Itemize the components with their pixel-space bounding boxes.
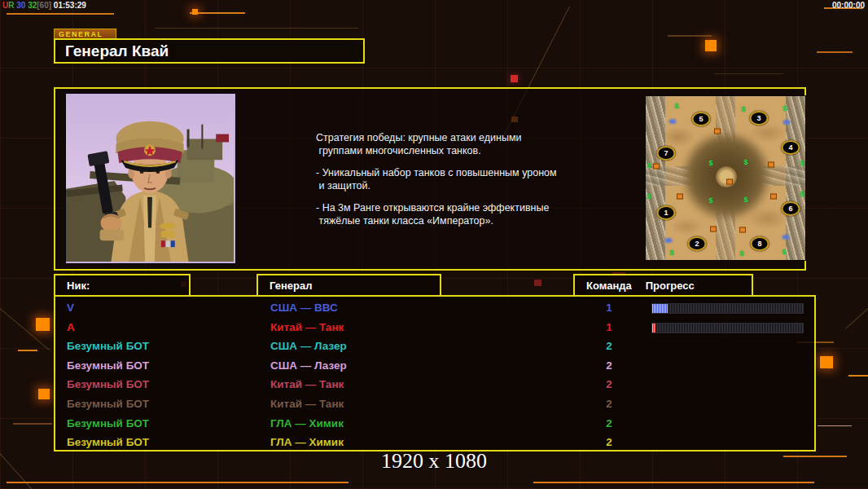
strategy-text: Стратегия победы: крупные атаки едиными … xyxy=(316,131,589,227)
player-team: 2 xyxy=(595,356,623,375)
player-row: AКитай — Танк1 xyxy=(55,318,814,337)
money-marker: $ xyxy=(743,196,747,204)
general-info-panel: Стратегия победы: крупные атаки едиными … xyxy=(54,87,806,271)
perf-part: [60] xyxy=(37,1,51,10)
strategy-line: - Уникальный набор танков с повышенным у… xyxy=(316,166,589,179)
start-position-badge: 5 xyxy=(692,112,711,126)
decor-line xyxy=(155,28,358,29)
decor-line xyxy=(7,13,114,15)
money-marker: $ xyxy=(708,159,712,167)
supply-marker xyxy=(714,129,721,134)
water-marker xyxy=(783,235,790,240)
decor-square xyxy=(820,356,833,368)
money-marker: $ xyxy=(674,102,678,110)
decor-line xyxy=(818,425,852,426)
player-nick: V xyxy=(67,298,74,317)
player-nick: A xyxy=(67,318,75,337)
strategy-line: и защитой. xyxy=(316,179,589,192)
progress-fill xyxy=(652,304,668,313)
progress-fill xyxy=(652,324,655,333)
decor-square xyxy=(36,318,50,331)
player-team: 2 xyxy=(595,375,623,394)
start-position-badge: 1 xyxy=(657,205,676,220)
decor-line xyxy=(714,73,783,74)
supply-marker xyxy=(768,162,774,168)
decor-square xyxy=(38,389,50,399)
player-nick: Безумный БОТ xyxy=(67,337,149,355)
player-row: Безумный БОТСША — Лазер2 xyxy=(55,337,814,355)
decor-line xyxy=(533,482,814,483)
player-row: Безумный БОТСША — Лазер2 xyxy=(55,356,814,375)
strategy-line: - На 3м Ранге открываются крайне эффекти… xyxy=(316,201,589,214)
decor-line xyxy=(7,482,349,483)
start-position-badge: 7 xyxy=(657,146,676,161)
header-progress-label: Прогресс xyxy=(646,280,695,292)
progress-bar xyxy=(651,303,804,314)
player-row: Безумный БОТГЛА — Химик2 xyxy=(55,414,814,433)
decor-square xyxy=(705,40,717,51)
player-row: VСША — ВВС1 xyxy=(55,298,814,317)
minimap: $$$$$$$$$$$$$$12345678 xyxy=(645,95,806,261)
money-marker: $ xyxy=(783,104,787,112)
decor-square xyxy=(192,9,198,15)
player-nick: Безумный БОТ xyxy=(67,414,149,433)
supply-marker xyxy=(739,227,746,233)
water-marker xyxy=(665,238,673,243)
supply-marker xyxy=(770,194,777,200)
strategy-spacer xyxy=(316,157,589,166)
money-marker: $ xyxy=(800,159,804,167)
player-nick: Безумный БОТ xyxy=(67,356,149,375)
player-team: 2 xyxy=(595,394,623,413)
supply-marker xyxy=(710,227,717,232)
money-marker: $ xyxy=(743,158,747,166)
decor-line xyxy=(190,12,245,14)
player-general: США — Лазер xyxy=(270,356,347,375)
money-marker: $ xyxy=(739,249,743,258)
player-general: Китай — Танк xyxy=(270,394,344,413)
decor-line xyxy=(668,35,712,37)
player-general: Китай — Танк xyxy=(270,318,344,337)
supply-marker xyxy=(726,179,733,185)
general-name-box: Генерал Квай xyxy=(54,38,365,64)
decor-line xyxy=(18,350,37,351)
player-general: США — Лазер xyxy=(270,337,347,355)
money-marker: $ xyxy=(741,105,745,113)
money-marker: $ xyxy=(647,192,651,200)
player-row: Безумный БОТКитай — Танк2 xyxy=(55,394,814,413)
player-team: 2 xyxy=(595,337,623,355)
water-marker xyxy=(783,120,791,125)
start-position-badge: 3 xyxy=(750,111,769,126)
player-row: Безумный БОТКитай — Танк2 xyxy=(55,375,814,394)
header-nick-label: Ник: xyxy=(67,280,90,292)
money-marker: $ xyxy=(647,161,651,170)
decor-line xyxy=(817,51,853,53)
resolution-label: 1920 x 1080 xyxy=(0,449,868,474)
match-timer: 00:00:00 xyxy=(832,1,865,10)
header-general: Генерал xyxy=(256,274,441,297)
supply-marker xyxy=(653,164,660,170)
general-portrait xyxy=(65,93,236,264)
header-team-progress: Команда Прогресс xyxy=(573,274,753,297)
decor-diagonal xyxy=(845,306,868,329)
player-general: ГЛА — Химик xyxy=(270,414,344,433)
player-team: 1 xyxy=(595,298,623,317)
progress-bar xyxy=(651,323,804,333)
strategy-spacer xyxy=(316,192,589,201)
player-nick: Безумный БОТ xyxy=(67,394,149,413)
water-marker xyxy=(669,119,677,124)
player-general: США — ВВС xyxy=(270,298,338,317)
general-name: Генерал Квай xyxy=(65,42,169,60)
decor-line xyxy=(848,375,868,377)
money-marker: $ xyxy=(782,248,786,256)
loading-screen: UR 30 32[60] 01:53:29 00:00:00 GENERAL Г… xyxy=(0,0,868,489)
perf-readout: UR 30 32[60] 01:53:29 xyxy=(2,1,86,10)
perf-part: 01:53:29 xyxy=(51,1,86,10)
header-nick: Ник: xyxy=(54,274,191,297)
player-table: VСША — ВВС1AКитай — Танк1Безумный БОТСША… xyxy=(54,295,816,452)
player-team: 1 xyxy=(595,318,623,337)
decor-square xyxy=(511,75,518,82)
decor-line xyxy=(13,423,52,425)
strategy-line: группами многочисленных танков. xyxy=(316,144,589,157)
perf-part: 32 xyxy=(25,1,37,10)
start-position-badge: 4 xyxy=(782,140,800,155)
